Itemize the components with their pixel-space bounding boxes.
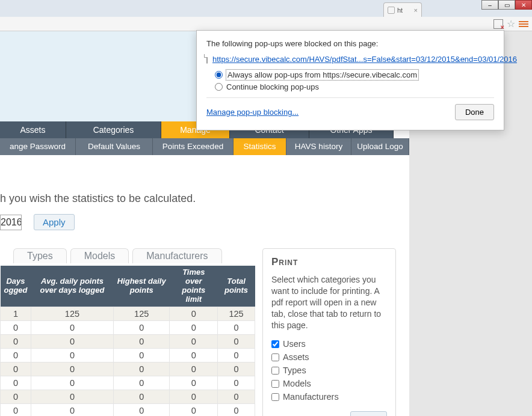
stats-tab[interactable]: Manufacturers	[132, 248, 221, 263]
table-cell: 0	[218, 348, 255, 362]
tab-title: ht	[397, 7, 403, 14]
table-row: 11251250125	[1, 307, 255, 320]
table-row: 00000	[1, 348, 255, 362]
table-cell: 0	[1, 348, 31, 362]
print-option-label: Models	[283, 379, 311, 388]
stats-col-header: Total points	[218, 266, 255, 307]
table-row: 00000	[1, 376, 255, 390]
secondary-nav-item[interactable]: ange Password	[0, 138, 76, 155]
stats-tab[interactable]: Models	[70, 248, 129, 263]
print-panel: Print Select which categories you want t…	[262, 248, 396, 416]
table-cell: 125	[31, 307, 113, 320]
table-cell: 0	[170, 390, 218, 403]
table-row: 00000	[1, 334, 255, 348]
popup-done-button[interactable]: Done	[455, 104, 494, 120]
print-option-checkbox[interactable]	[271, 380, 279, 388]
continue-blocking-radio-input[interactable]	[215, 83, 223, 91]
stats-col-header: Highest daily points	[113, 266, 170, 307]
table-cell: 0	[31, 376, 113, 390]
print-option-checkbox[interactable]	[271, 340, 279, 348]
table-cell: 0	[113, 362, 170, 376]
allow-popups-radio[interactable]: Always allow pop-ups from https://secure…	[215, 70, 494, 80]
table-cell: 0	[170, 362, 218, 376]
continue-blocking-radio[interactable]: Continue blocking pop-ups	[215, 82, 494, 91]
table-cell: 0	[170, 348, 218, 362]
table-cell: 1	[1, 307, 31, 320]
print-option-checkbox[interactable]	[271, 353, 279, 361]
table-cell: 0	[113, 403, 170, 416]
window-maximize-button[interactable]: ▭	[498, 0, 515, 10]
stats-table: Days oggedAvg. daily points over days lo…	[0, 266, 255, 416]
secondary-nav-item[interactable]: Points Exceeded	[153, 138, 234, 155]
print-button[interactable]: Print	[350, 411, 387, 416]
table-cell: 0	[31, 390, 113, 403]
print-option[interactable]: Assets	[271, 352, 387, 362]
browser-toolbar: ☆	[0, 17, 532, 31]
tab-close-icon[interactable]: ×	[414, 7, 418, 14]
table-cell: 0	[1, 362, 31, 376]
print-option-label: Types	[283, 366, 306, 375]
page-icon	[206, 54, 208, 64]
secondary-nav-item[interactable]: Statistics	[234, 138, 286, 155]
stats-col-header: Times over points limit	[170, 266, 218, 307]
blocked-popup-link[interactable]: https://secure.vibecalc.com/HAVS/pdfStat…	[212, 55, 517, 64]
table-cell: 0	[170, 307, 218, 320]
manage-popup-blocking-link[interactable]: Manage pop-up blocking...	[206, 108, 298, 117]
stats-tab[interactable]: Types	[13, 248, 67, 263]
table-row: 00000	[1, 390, 255, 403]
secondary-nav-item[interactable]: HAVS history	[286, 138, 351, 155]
print-option[interactable]: Types	[271, 366, 387, 375]
table-row: 00000	[1, 320, 255, 334]
secondary-nav-item[interactable]: Default Values	[76, 138, 153, 155]
allow-popups-radio-input[interactable]	[215, 71, 223, 79]
popup-blocker-dialog: The following pop-ups were blocked on th…	[196, 30, 504, 130]
table-cell: 0	[218, 362, 255, 376]
browser-menu-icon[interactable]	[519, 21, 528, 27]
popup-blocked-icon[interactable]	[493, 19, 503, 29]
secondary-nav-item[interactable]: Upload Logo	[351, 138, 409, 155]
table-cell: 0	[218, 334, 255, 348]
table-cell: 0	[1, 390, 31, 403]
table-cell: 0	[1, 403, 31, 416]
bookmark-star-icon[interactable]: ☆	[507, 18, 515, 29]
table-cell: 0	[31, 334, 113, 348]
stats-table-area: TypesModelsManufacturers Days oggedAvg. …	[0, 248, 255, 416]
table-cell: 0	[31, 320, 113, 334]
table-cell: 0	[31, 348, 113, 362]
date-end-input[interactable]	[0, 215, 22, 230]
primary-nav-item[interactable]: Assets	[0, 121, 66, 138]
table-row: 00000	[1, 403, 255, 416]
table-cell: 0	[113, 334, 170, 348]
print-description: Select which categories you want to incl…	[271, 274, 387, 331]
table-cell: 0	[31, 362, 113, 376]
table-cell: 0	[170, 376, 218, 390]
apply-button[interactable]: Apply	[34, 214, 75, 230]
print-option-checkbox[interactable]	[271, 367, 279, 375]
table-cell: 0	[170, 334, 218, 348]
stats-col-header: Days ogged	[1, 266, 31, 307]
primary-nav-item[interactable]: Categories	[66, 121, 161, 138]
continue-blocking-label: Continue blocking pop-ups	[226, 82, 319, 91]
stats-tabs: TypesModelsManufacturers	[0, 248, 255, 263]
window-minimize-button[interactable]: –	[481, 0, 498, 10]
window-close-button[interactable]: ✕	[515, 0, 532, 10]
allow-popups-label: Always allow pop-ups from https://secure…	[226, 70, 418, 80]
window-controls: – ▭ ✕	[481, 0, 532, 10]
table-cell: 125	[113, 307, 170, 320]
print-option[interactable]: Manufacturers	[271, 392, 387, 402]
print-option-checkbox[interactable]	[271, 393, 279, 401]
browser-tabstrip: ht ×	[0, 0, 532, 17]
table-cell: 0	[113, 390, 170, 403]
print-option[interactable]: Models	[271, 379, 387, 388]
table-cell: 0	[113, 376, 170, 390]
table-cell: 0	[170, 403, 218, 416]
print-option[interactable]: Users	[271, 339, 387, 349]
browser-tab[interactable]: ht ×	[383, 2, 422, 17]
print-option-label: Manufacturers	[283, 392, 339, 402]
table-cell: 0	[113, 348, 170, 362]
table-cell: 0	[218, 320, 255, 334]
table-cell: 0	[170, 320, 218, 334]
print-option-label: Users	[283, 339, 306, 349]
table-cell: 0	[31, 403, 113, 416]
tab-favicon	[388, 7, 395, 14]
